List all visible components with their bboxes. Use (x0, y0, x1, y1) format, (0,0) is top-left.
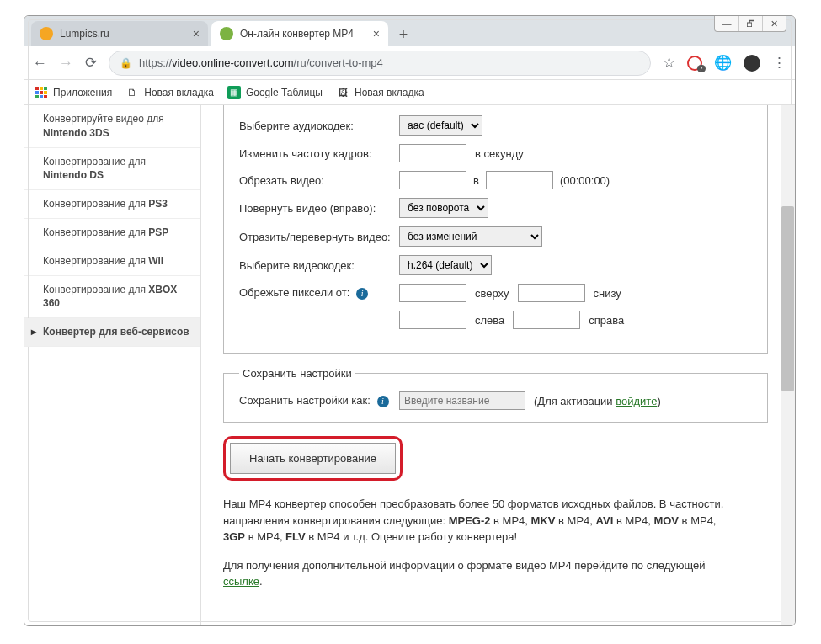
bookmark-item[interactable]: ▦ Google Таблицы (227, 86, 323, 99)
extension-badge: 7 (697, 65, 706, 72)
crop-bottom-label: снизу (594, 287, 621, 300)
audio-codec-select[interactable]: aac (default) (399, 115, 482, 136)
settings-panel: Выберите аудиокодек: aac (default) Измен… (223, 105, 768, 354)
sidebar-item-web-services[interactable]: Конвертер для веб-сервисов (24, 318, 200, 347)
tab-strip: Lumpics.ru × Он-лайн конвертер MP4 × + (24, 16, 795, 46)
window-controls: — 🗗 ✕ (714, 16, 786, 32)
description-text: Наш MP4 конвертер способен преобразовать… (223, 496, 728, 590)
reload-button[interactable]: ⟳ (85, 54, 97, 72)
rotate-label: Повернуть видео (вправо): (239, 202, 399, 215)
crop-right-input[interactable] (513, 311, 580, 329)
forward-button[interactable]: → (59, 55, 73, 72)
svg-rect-4 (35, 91, 39, 94)
extension-icon[interactable]: 7 (687, 56, 702, 71)
close-window-button[interactable]: ✕ (762, 16, 786, 31)
svg-rect-5 (40, 91, 43, 94)
menu-icon[interactable]: ⋮ (772, 54, 786, 72)
video-codec-label: Выберите видеокодек: (239, 259, 399, 272)
crop-top-input[interactable] (399, 284, 466, 302)
login-link[interactable]: войдите (616, 395, 657, 407)
sidebar-item-psp[interactable]: Конвертирование для PSP (24, 219, 200, 247)
maximize-button[interactable]: 🗗 (738, 16, 762, 31)
more-info-link[interactable]: ссылке (223, 575, 259, 588)
sidebar-item-nintendo-ds[interactable]: Конвертирование для Nintendo DS (24, 148, 200, 191)
crop-left-input[interactable] (399, 311, 466, 329)
framerate-input[interactable] (399, 144, 466, 162)
minimize-button[interactable]: — (715, 16, 738, 31)
svg-rect-3 (44, 87, 47, 90)
sidebar-item-nintendo-3ds[interactable]: Конвертируйте видео для Nintendo 3DS (24, 105, 200, 148)
tab-close-icon[interactable]: × (193, 27, 200, 40)
audio-codec-label: Выберите аудиокодек: (239, 120, 399, 132)
address-bar: ← → ⟳ 🔒 https://video.online-convert.com… (24, 46, 795, 80)
save-settings-legend: Сохранить настройки (239, 367, 355, 380)
highlight-annotation: Начать конвертирование (223, 436, 403, 481)
bookmark-item[interactable]: 🗋 Новая вкладка (125, 86, 214, 99)
picture-icon: 🖼 (336, 86, 349, 99)
crop-top-label: сверху (475, 287, 509, 300)
apps-icon (35, 86, 48, 99)
svg-rect-9 (44, 95, 47, 98)
star-icon[interactable]: ☆ (663, 54, 675, 72)
trim-start-input[interactable] (399, 171, 466, 189)
sidebar-item-wii[interactable]: Конвертирование для Wii (24, 247, 200, 276)
apps-button[interactable]: Приложения (35, 86, 112, 99)
save-as-label: Сохранить настройки как: i (239, 394, 399, 407)
video-codec-select[interactable]: h.264 (default) (399, 255, 492, 275)
start-convert-button[interactable]: Начать конвертирование (230, 443, 396, 474)
sidebar: Конвертируйте видео для Nintendo 3DS Кон… (24, 105, 201, 625)
mirror-select[interactable]: без изменений (399, 226, 542, 247)
svg-rect-2 (40, 87, 43, 90)
save-name-input (399, 391, 525, 410)
tab-title: Lumpics.ru (60, 28, 186, 40)
crop-left-label: слева (475, 314, 504, 327)
scrollbar-track[interactable] (781, 105, 795, 625)
scrollbar-thumb[interactable] (781, 206, 794, 391)
avatar[interactable] (744, 55, 760, 72)
save-settings-fieldset: Сохранить настройки Сохранить настройки … (223, 367, 768, 423)
crop-right-label: справа (589, 314, 624, 327)
rotate-select[interactable]: без поворота (399, 198, 488, 218)
framerate-label: Изменить частоту кадров: (239, 147, 399, 160)
sidebar-item-ps3[interactable]: Конвертирование для PS3 (24, 190, 200, 219)
favicon-converter (220, 27, 233, 40)
bookmarks-bar: Приложения 🗋 Новая вкладка ▦ Google Табл… (24, 80, 795, 105)
tab-title: Он-лайн конвертер MP4 (240, 28, 366, 40)
bookmark-item[interactable]: 🖼 Новая вкладка (336, 86, 424, 99)
sidebar-item-xbox360[interactable]: Конвертирование для XBOX 360 (24, 276, 200, 319)
svg-rect-6 (44, 91, 47, 94)
tab-converter[interactable]: Он-лайн конвертер MP4 × (211, 21, 388, 46)
main-content: Выберите аудиокодек: aac (default) Измен… (201, 105, 795, 625)
url-text: https://video.online-convert.com/ru/conv… (139, 56, 383, 69)
info-icon[interactable]: i (377, 396, 389, 407)
trim-hint: (00:00:00) (560, 174, 610, 187)
tab-close-icon[interactable]: × (373, 27, 380, 40)
page-icon: 🗋 (125, 86, 139, 99)
info-icon[interactable]: i (356, 288, 368, 300)
tab-lumpics[interactable]: Lumpics.ru × (31, 21, 208, 46)
framerate-suffix: в секунду (475, 147, 524, 160)
crop-label: Обрежьте пиксели от: i (239, 286, 399, 300)
back-button[interactable]: ← (33, 55, 47, 72)
favicon-lumpics (40, 27, 53, 40)
sheets-icon: ▦ (227, 86, 241, 99)
url-field[interactable]: 🔒 https://video.online-convert.com/ru/co… (109, 51, 651, 76)
mirror-label: Отразить/перевернуть видео: (239, 231, 399, 243)
lock-icon: 🔒 (120, 57, 132, 69)
svg-rect-1 (35, 87, 39, 90)
crop-bottom-input[interactable] (518, 284, 585, 302)
trim-mid: в (473, 174, 479, 187)
trim-label: Обрезать видео: (239, 174, 399, 187)
svg-rect-7 (35, 95, 39, 98)
svg-rect-8 (40, 95, 43, 98)
trim-end-input[interactable] (486, 171, 553, 189)
new-tab-button[interactable]: + (392, 23, 415, 46)
globe-icon[interactable]: 🌐 (714, 54, 732, 72)
activation-text: (Для активации войдите) (534, 395, 661, 407)
